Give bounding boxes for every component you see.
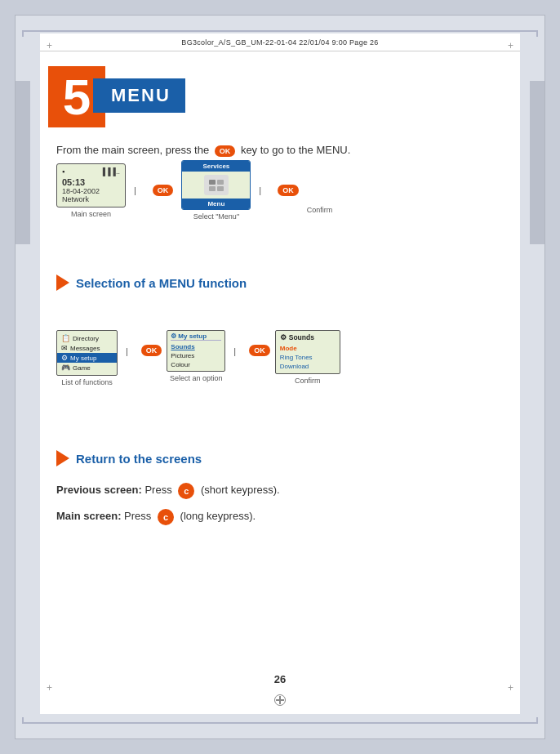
left-accent — [16, 81, 30, 244]
services-body — [182, 172, 250, 199]
menu-icon — [204, 175, 229, 195]
label-main-screen: Main screen — [71, 210, 111, 218]
main-screen: ▪ ▐▐▐.. 05:13 18-04-2002 Network — [56, 163, 126, 207]
crosshair-tr: + — [508, 40, 513, 51]
main-content: BG3color_A/S_GB_UM-22-01-04 22/01/04 9:0… — [40, 33, 520, 714]
ok-button-1[interactable]: OK — [153, 185, 174, 196]
sounds-item: Sounds — [171, 342, 221, 351]
previous-keypress: (short keypress). — [201, 484, 280, 496]
dir-item: 📋 Directory — [61, 333, 113, 343]
return-section: Return to the screens Previous screen: P… — [56, 450, 504, 535]
main-screen-label: Main screen: — [56, 510, 121, 522]
game-icon: 🎮 — [61, 364, 70, 372]
setup-screen-header: ⚙ My setup — [171, 332, 221, 341]
flow-section-2: 📋 Directory ✉ Messages ⚙ My setup 🎮 — [56, 323, 504, 413]
flow-diagram-1: ▪ ▐▐▐.. 05:13 18-04-2002 Network Main sc… — [56, 160, 504, 221]
label-confirm-2: Confirm — [295, 377, 321, 385]
services-screen: Services Menu — [181, 160, 251, 210]
svg-rect-0 — [209, 180, 216, 185]
right-accent — [530, 81, 544, 244]
section1-title: Selection of a MENU function — [76, 276, 247, 290]
chapter-block: 5 MENU — [48, 66, 122, 132]
main-screen-column: ▪ ▐▐▐.. 05:13 18-04-2002 Network Main sc… — [56, 163, 126, 218]
sep3: | — [126, 346, 128, 356]
functions-list-screen: 📋 Directory ✉ Messages ⚙ My setup 🎮 — [56, 330, 118, 376]
ok-button-2[interactable]: OK — [278, 185, 299, 196]
previous-screen-line: Previous screen: Press c (short keypress… — [56, 483, 504, 499]
ok-button-3[interactable]: OK — [141, 345, 162, 356]
intro-text: From the main screen, press the OK key t… — [56, 144, 504, 157]
flow-diagram-2: 📋 Directory ✉ Messages ⚙ My setup 🎮 — [56, 330, 504, 386]
intro-before: From the main screen, press the — [56, 144, 209, 156]
sounds-confirm-column: ⚙ Sounds Mode Ring Tones Download Confir… — [275, 330, 340, 385]
my-setup-screen: ⚙ My setup Sounds Pictures Colour — [167, 330, 225, 372]
ok4-column: OK — [244, 330, 275, 356]
mysetup-item: ⚙ My setup — [57, 353, 117, 363]
bottom-border — [22, 717, 538, 724]
msg-icon: ✉ — [61, 344, 68, 352]
download-item: Download — [280, 362, 336, 371]
svg-rect-2 — [209, 186, 216, 191]
ok1-column: OK — [144, 185, 182, 196]
signal-icon: ▐▐▐.. — [100, 167, 120, 176]
services-screen-column: Services Menu — [181, 160, 251, 221]
c-button-1[interactable]: c — [178, 483, 194, 499]
sep4: | — [233, 346, 236, 356]
ok2-column: OK — [269, 185, 307, 196]
main-screen-text: Press — [124, 510, 151, 522]
date-display: 18-04-2002 — [62, 187, 120, 195]
ok-button-4[interactable]: OK — [249, 345, 270, 356]
ok3-column: OK — [136, 330, 167, 356]
mysetup-screen-column: ⚙ My setup Sounds Pictures Colour Select… — [167, 330, 225, 382]
time-display: 05:13 — [62, 177, 120, 187]
mysetup-icon: ⚙ — [61, 354, 68, 362]
crosshair-br: + — [508, 682, 513, 694]
c-button-2[interactable]: c — [158, 509, 174, 525]
file-info: BG3color_A/S_GB_UM-22-01-04 22/01/04 9:0… — [181, 38, 378, 47]
game-item: 🎮 Game — [61, 363, 113, 373]
menu-bar: Menu — [182, 199, 250, 209]
sep1: | — [134, 185, 136, 195]
header-bar: BG3color_A/S_GB_UM-22-01-04 22/01/04 9:0… — [40, 33, 520, 51]
page-frame: BG3color_A/S_GB_UM-22-01-04 22/01/04 9:0… — [15, 15, 545, 739]
battery-icon: ▪ — [62, 167, 64, 176]
functions-list-column: 📋 Directory ✉ Messages ⚙ My setup 🎮 — [56, 330, 118, 386]
flow-section-1: ▪ ▐▐▐.. 05:13 18-04-2002 Network Main sc… — [56, 160, 504, 258]
previous-text: Press — [144, 484, 171, 496]
svg-rect-1 — [217, 180, 224, 185]
label-select-menu: Select "Menu" — [193, 212, 239, 221]
confirm-icon: ⚙ — [280, 333, 287, 341]
main-keypress: (long keypress). — [180, 510, 256, 522]
sounds-confirm-screen: ⚙ Sounds Mode Ring Tones Download — [275, 330, 340, 374]
setup-header-icon: ⚙ — [171, 332, 176, 340]
previous-label: Previous screen: — [56, 484, 142, 496]
colour-item: Colour — [171, 360, 221, 369]
dir-icon: 📋 — [61, 334, 70, 342]
bottom-circle — [274, 694, 286, 706]
intro-ok-badge: OK — [215, 145, 236, 157]
confirm-screen-header: ⚙ Sounds — [280, 333, 336, 341]
ringtones-item: Ring Tones — [280, 353, 336, 362]
triangle-icon-1 — [56, 274, 69, 291]
chapter-title: MENU — [93, 78, 185, 113]
section1-header: Selection of a MENU function — [56, 274, 247, 291]
return-title: Return to the screens — [56, 450, 504, 466]
label-select-option: Select an option — [170, 374, 223, 382]
page-number: 26 — [274, 673, 286, 685]
label-confirm-1: Confirm — [307, 206, 333, 214]
crosshair-tl: + — [47, 40, 52, 51]
sep2: | — [259, 185, 261, 195]
label-list-functions: List of functions — [61, 378, 113, 386]
crosshair-bl: + — [47, 682, 52, 694]
triangle-icon-2 — [56, 450, 69, 466]
pictures-item: Pictures — [171, 351, 221, 360]
confirm-column: Confirm — [307, 167, 333, 214]
network-display: Network — [62, 195, 120, 203]
msg-item: ✉ Messages — [61, 343, 113, 353]
mode-item: Mode — [280, 344, 336, 353]
services-header: Services — [182, 161, 250, 172]
intro-after: key to go to the MENU. — [241, 144, 350, 156]
main-screen-line: Main screen: Press c (long keypress). — [56, 509, 504, 525]
return-title-text: Return to the screens — [76, 452, 202, 466]
svg-rect-3 — [217, 186, 224, 191]
